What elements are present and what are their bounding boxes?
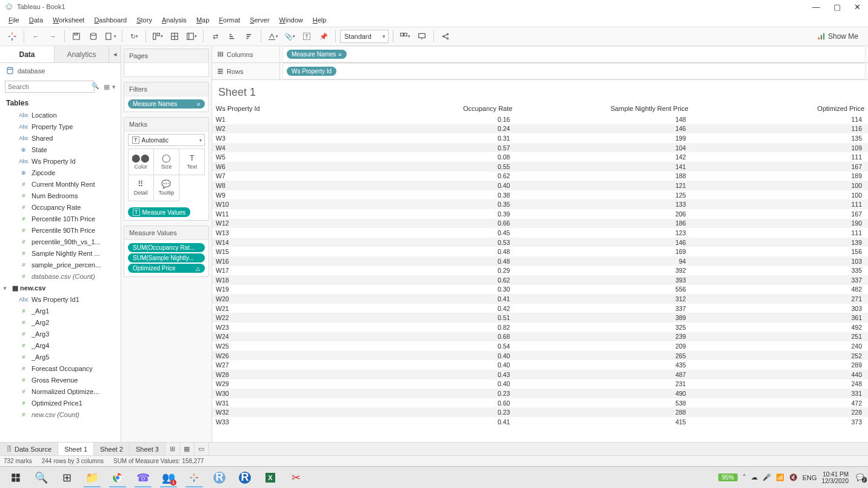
table-row[interactable]: W120.66186190 <box>212 219 868 229</box>
pages-shelf[interactable]: Pages <box>124 48 209 77</box>
new-dashboard-button[interactable]: ▦ <box>180 443 195 455</box>
field-occupancy-rate[interactable]: #Occupancy Rate <box>0 201 121 213</box>
field--arg1[interactable]: #_Arg1 <box>0 305 121 316</box>
filter-pill-measure-names[interactable]: Measure Names≡ <box>128 99 205 109</box>
fit-dropdown[interactable]: Standard <box>340 30 389 43</box>
battery-indicator[interactable]: 95% <box>718 473 738 481</box>
mark-size-button[interactable]: ◯Size <box>153 149 179 175</box>
menu-format[interactable]: Format <box>215 15 244 25</box>
tray-clock[interactable]: 10:41 PM 12/3/2020 <box>822 471 852 484</box>
taskbar-search[interactable]: 🔍 <box>29 468 53 487</box>
menu-worksheet[interactable]: Worksheet <box>49 15 88 25</box>
minimize-button[interactable]: — <box>812 2 820 12</box>
table-row[interactable]: W10.16148114 <box>212 115 868 124</box>
field-location[interactable]: AbcLocation <box>0 109 121 121</box>
taskbar-viber[interactable]: ☎ <box>131 468 155 487</box>
taskbar-rstudio[interactable]: R <box>207 468 232 487</box>
columns-pill-measure-names[interactable]: Measure Names≡ <box>287 50 347 59</box>
cards-button[interactable]: ▾ <box>398 29 412 44</box>
table-row[interactable]: W290.40231248 <box>212 379 868 389</box>
table-row[interactable]: W330.41415373 <box>212 417 868 427</box>
table-row[interactable]: W100.35133111 <box>212 199 868 209</box>
taskbar-explorer[interactable]: 📁 <box>80 468 104 487</box>
field-num-bedrooms[interactable]: #Num Bedrooms <box>0 190 121 201</box>
highlight-button[interactable]: ▾ <box>265 29 280 44</box>
data-table[interactable]: Ws Property IdOccupancy RateSample Night… <box>212 102 868 442</box>
menu-file[interactable]: File <box>5 15 23 25</box>
table-row[interactable]: W50.08142111 <box>212 152 868 162</box>
field-gross-revenue[interactable]: #Gross Revenue <box>0 374 121 386</box>
view-list-icon[interactable]: ▦ <box>104 83 110 91</box>
table-row[interactable]: W260.40265252 <box>212 351 868 361</box>
start-button[interactable] <box>4 468 28 487</box>
mark-color-button[interactable]: ⬤⬤Color <box>128 149 154 175</box>
mv-pill-1[interactable]: SUM(Sample Nightly... <box>128 253 205 262</box>
new-data-button[interactable] <box>86 29 101 44</box>
field-ws-property-id[interactable]: AbcWs Property Id <box>0 155 121 167</box>
tray-onedrive-icon[interactable]: ☁ <box>751 473 758 481</box>
sort-asc-button[interactable] <box>167 29 182 44</box>
table-row[interactable]: W240.68239251 <box>212 332 868 342</box>
field-ws-property-id1[interactable]: AbcWs Property Id1 <box>0 293 121 305</box>
presentation-button[interactable] <box>415 29 429 44</box>
menu-map[interactable]: Map <box>193 15 213 25</box>
table-row[interactable]: W180.62393337 <box>212 275 868 285</box>
field--arg4[interactable]: #_Arg4 <box>0 339 121 351</box>
field-shared[interactable]: AbcShared <box>0 132 121 144</box>
columns-shelf[interactable]: Columns Measure Names≡ <box>212 46 868 63</box>
sheet-title[interactable]: Sheet 1 <box>212 80 868 102</box>
taskbar-teams[interactable]: 👥1 <box>156 468 181 487</box>
tab-data[interactable]: Data <box>0 46 54 62</box>
field-sample-price-percen-[interactable]: #sample_price_percen... <box>0 259 121 270</box>
field-normalized-optimize-[interactable]: #Normalized Optimize... <box>0 386 121 397</box>
field-zipcode[interactable]: ⊕Zipcode <box>0 167 121 178</box>
table-row[interactable]: W20.24146116 <box>212 124 868 134</box>
field-percentile-10th-price[interactable]: #Percentile 10Th Price <box>0 213 121 224</box>
new-story-button[interactable]: ▭ <box>195 443 209 455</box>
table-row[interactable]: W280.43487440 <box>212 370 868 379</box>
tab-sheet-1[interactable]: Sheet 1 <box>58 443 94 455</box>
table-row[interactable]: W80.40121100 <box>212 181 868 190</box>
table-row[interactable]: W230.82325492 <box>212 323 868 332</box>
field-state[interactable]: ⊕State <box>0 144 121 155</box>
tab-data-source[interactable]: 🗄Data Source <box>0 443 58 455</box>
sort-desc-icon[interactable] <box>242 29 256 44</box>
table-row[interactable]: W150.48169156 <box>212 247 868 256</box>
field-new-csv-count-[interactable]: #new.csv (Count) <box>0 409 121 420</box>
new-worksheet-button[interactable]: ⊞ <box>165 443 180 455</box>
table-header-new-csv[interactable]: ▾▦ new.csv <box>0 282 121 293</box>
rows-shelf[interactable]: Rows Ws Property Id <box>212 63 868 80</box>
table-row[interactable]: W300.23490331 <box>212 389 868 398</box>
tray-notifications-icon[interactable]: 💬2 <box>856 473 864 481</box>
menu-help[interactable]: Help <box>309 15 330 25</box>
field-percentile-90th-vs-1-[interactable]: #percentile_90th_vs_1... <box>0 236 121 247</box>
field-optimized-price1[interactable]: #Optimized Price1 <box>0 397 121 409</box>
close-button[interactable]: ✕ <box>854 2 861 12</box>
table-row[interactable]: W190.30556482 <box>212 285 868 295</box>
field-property-type[interactable]: AbcProperty Type <box>0 121 121 132</box>
save-button[interactable] <box>69 29 84 44</box>
menu-analysis[interactable]: Analysis <box>158 15 190 25</box>
search-input[interactable] <box>5 81 95 93</box>
field-forecast-occupancy[interactable]: #Forecast Occupancy <box>0 363 121 374</box>
tab-sheet-2[interactable]: Sheet 2 <box>94 443 130 455</box>
field-percentile-90th-price[interactable]: #Percentile 90Th Price <box>0 224 121 236</box>
table-row[interactable]: W70.62188189 <box>212 172 868 181</box>
tray-wifi-icon[interactable]: 📶 <box>776 473 784 481</box>
taskbar-r[interactable]: R <box>233 468 257 487</box>
col-header-1[interactable]: Occupancy Rate <box>340 102 516 115</box>
table-row[interactable]: W310.60538472 <box>212 398 868 408</box>
table-row[interactable]: W270.40435289 <box>212 360 868 370</box>
table-row[interactable]: W30.31199135 <box>212 133 868 143</box>
menu-server[interactable]: Server <box>246 15 273 25</box>
new-worksheet-dropdown[interactable]: ▾ <box>103 29 118 44</box>
table-row[interactable]: W320.23288228 <box>212 407 868 417</box>
tab-sheet-3[interactable]: Sheet 3 <box>130 443 165 455</box>
table-row[interactable]: W90.38125100 <box>212 190 868 200</box>
field--arg2[interactable]: #_Arg2 <box>0 316 121 328</box>
tableau-logo-button[interactable] <box>5 29 19 44</box>
col-header-3[interactable]: Optimized Price <box>692 102 868 115</box>
tray-mic-icon[interactable]: 🎤 <box>763 473 771 481</box>
clear-button[interactable]: ↻▾ <box>127 29 141 44</box>
pin-button[interactable]: 📌 <box>316 29 331 44</box>
